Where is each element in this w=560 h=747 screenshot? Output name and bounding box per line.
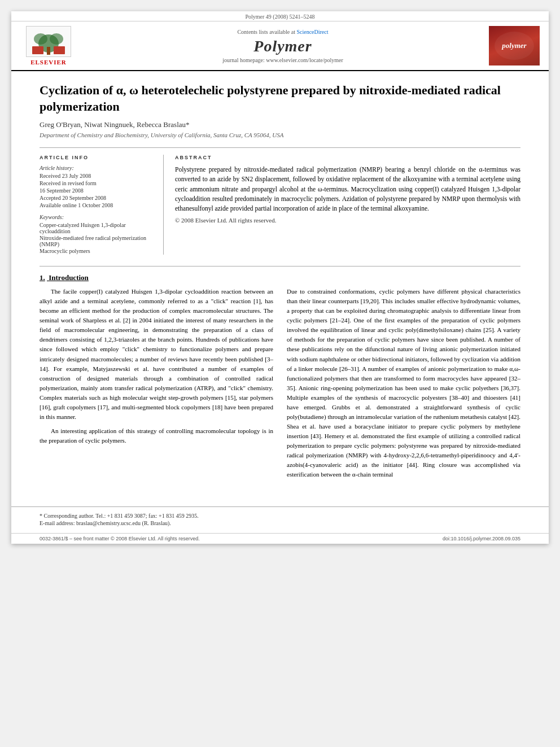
keywords-label: Keywords:: [40, 214, 154, 220]
sd-link[interactable]: ScienceDirect: [296, 29, 328, 35]
affiliation: Department of Chemistry and Biochemistry…: [40, 132, 520, 138]
intro-right-para-1: Due to constrained conformations, cyclic…: [287, 287, 520, 479]
svg-rect-5: [32, 46, 43, 54]
sd-text: Contents lists available at: [237, 29, 295, 35]
abstract-text: Polystyrene prepared by nitroxide-mediat…: [175, 165, 520, 213]
issn-text: 0032-3861/$ – see front matter © 2008 El…: [40, 536, 200, 541]
received-date: Received 23 July 2008: [40, 173, 154, 179]
svg-point-2: [34, 33, 47, 45]
accepted-date: Accepted 20 September 2008: [40, 195, 154, 201]
footer-bottom: 0032-3861/$ – see front matter © 2008 El…: [11, 533, 549, 544]
abstract-section: ABSTRACT Polystyrene prepared by nitroxi…: [175, 155, 520, 255]
intro-para-2: An interesting application of this strat…: [40, 426, 273, 445]
article-title-text: Cyclization of α, ω heterotelechelic pol…: [40, 83, 501, 113]
email-note: E-mail address: braslau@chemistry.ucsc.e…: [40, 520, 520, 526]
body-two-col: The facile copper(I) catalyzed Huisgen 1…: [40, 287, 520, 484]
citation-bar: Polymer 49 (2008) 5241–5248: [11, 11, 549, 21]
polymer-logo-text: polymer: [502, 41, 526, 50]
svg-point-3: [50, 33, 63, 45]
info-section: ARTICLE INFO Article history: Received 2…: [40, 155, 520, 255]
abstract-heading: ABSTRACT: [175, 155, 520, 160]
revised-date: 16 September 2008: [40, 187, 154, 194]
journal-header: ELSEVIER Contents lists available at Sci…: [11, 21, 549, 71]
copyright: © 2008 Elsevier Ltd. All rights reserved…: [175, 217, 520, 224]
authors: Greg O'Bryan, Niwat Ningnuek, Rebecca Br…: [40, 120, 520, 129]
journal-homepage: journal homepage: www.elsevier.com/locat…: [82, 57, 483, 63]
section-number: 1.: [40, 273, 45, 282]
journal-title: Polymer: [82, 37, 483, 55]
available-date: Available online 1 October 2008: [40, 202, 154, 208]
journal-center: Contents lists available at ScienceDirec…: [82, 29, 483, 63]
article-content: Cyclization of α, ω heterotelechelic pol…: [11, 71, 549, 501]
keyword-2: Nitroxide-mediated free radical polymeri…: [40, 235, 154, 247]
body-section: 1. Introduction The facile copper(I) cat…: [40, 273, 520, 484]
sd-availability: Contents lists available at ScienceDirec…: [82, 29, 483, 35]
section-title-intro: 1. Introduction: [40, 273, 520, 282]
article-history-label: Article history:: [40, 165, 154, 171]
body-right-col: Due to constrained conformations, cyclic…: [287, 287, 520, 484]
footer-area: * Corresponding author. Tel.: +1 831 459…: [11, 506, 549, 531]
body-left-col: The facile copper(I) catalyzed Huisgen 1…: [40, 287, 273, 484]
citation-text: Polymer 49 (2008) 5241–5248: [245, 14, 314, 20]
keyword-1: Copper-catalyzed Huisgen 1,3-dipolar cyc…: [40, 222, 154, 234]
intro-para-1: The facile copper(I) catalyzed Huisgen 1…: [40, 287, 273, 422]
corresponding-note: * Corresponding author. Tel.: +1 831 459…: [40, 513, 520, 519]
polymer-logo-image: polymer: [489, 26, 540, 65]
divider-1: [40, 147, 520, 148]
elsevier-label: ELSEVIER: [30, 59, 67, 65]
elsevier-logo: ELSEVIER: [20, 26, 77, 65]
article-info-left: ARTICLE INFO Article history: Received 2…: [40, 155, 164, 255]
page: Polymer 49 (2008) 5241–5248 ELSE: [11, 11, 549, 544]
section-title-text: Introduction: [47, 273, 89, 282]
polymer-logo: polymer: [489, 26, 540, 65]
doi-text: doi:10.1016/j.polymer.2008.09.035: [443, 536, 520, 541]
divider-2: [40, 266, 520, 267]
svg-rect-6: [54, 46, 65, 54]
article-title: Cyclization of α, ω heterotelechelic pol…: [40, 82, 520, 115]
keyword-3: Macrocyclic polymers: [40, 248, 154, 254]
received-revised-label: Received in revised form: [40, 180, 154, 186]
elsevier-symbol-image: [26, 26, 71, 57]
article-info-heading: ARTICLE INFO: [40, 155, 154, 160]
